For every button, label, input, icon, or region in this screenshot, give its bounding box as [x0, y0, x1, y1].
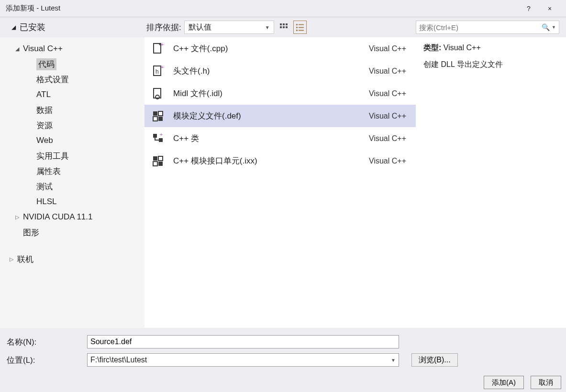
template-label: Midl 文件(.idl): [173, 88, 369, 99]
toolbar: ◢ 已安装 排序依据: 默认值 ▼ 🔍 ▼: [0, 17, 566, 37]
tree-node[interactable]: HLSL: [0, 194, 144, 209]
tree-node[interactable]: 数据: [0, 102, 144, 118]
svg-rect-27: [158, 156, 163, 161]
tree-arrow-icon: ▷: [10, 256, 17, 262]
chevron-down-icon: ▼: [391, 358, 396, 363]
search-input[interactable]: [419, 23, 542, 32]
svg-text:h: h: [155, 68, 159, 75]
svg-rect-26: [153, 156, 157, 161]
tree-node[interactable]: 实用工具: [0, 148, 144, 163]
svg-text:++: ++: [161, 65, 164, 70]
tree-node[interactable]: 图形: [0, 225, 144, 240]
template-list: ++C++ 文件(.cpp)Visual C++h++头文件(.h)Visual…: [144, 37, 416, 328]
svg-rect-21: [153, 117, 157, 121]
template-row[interactable]: Midl 文件(.idl)Visual C++: [144, 82, 416, 105]
type-label: 类型:: [423, 44, 441, 52]
template-type: Visual C++: [369, 134, 410, 143]
search-icon: 🔍: [542, 23, 550, 31]
template-label: C++ 模块接口单元(.ixx): [173, 155, 369, 166]
location-label: 位置(L):: [7, 355, 83, 366]
template-type: Visual C++: [369, 89, 410, 98]
svg-rect-28: [153, 162, 157, 166]
location-value: F:\firc\test\Lutest: [90, 356, 391, 364]
cancel-button[interactable]: 取消: [531, 376, 561, 389]
idl-icon: [150, 86, 166, 101]
description: 创建 DLL 导出定义文件: [423, 60, 558, 70]
view-large-icon[interactable]: [277, 21, 290, 34]
tree-header[interactable]: ◢ 已安装: [2, 17, 146, 37]
svg-rect-11: [299, 30, 304, 31]
main: ◢Visual C++代码格式设置ATL数据资源Web实用工具属性表测试HLSL…: [0, 37, 566, 328]
browse-button[interactable]: 浏览(B)...: [411, 353, 458, 367]
template-row[interactable]: +C++ 类Visual C++: [144, 127, 416, 150]
sort-label: 排序依据:: [146, 22, 181, 33]
template-row[interactable]: C++ 模块接口单元(.ixx)Visual C++: [144, 150, 416, 172]
tree-node-label: 测试: [36, 181, 53, 192]
svg-rect-0: [280, 23, 282, 25]
svg-rect-9: [299, 27, 304, 28]
template-type: Visual C++: [369, 112, 410, 120]
titlebar: 添加新项 - Lutest ? ×: [0, 0, 566, 17]
svg-rect-24: [159, 138, 163, 142]
help-button[interactable]: ?: [518, 2, 539, 15]
search-box[interactable]: 🔍 ▼: [416, 21, 559, 34]
window-title: 添加新项 - Lutest: [6, 4, 518, 13]
installed-label: 已安装: [20, 22, 45, 33]
svg-rect-20: [158, 111, 163, 116]
name-input[interactable]: [87, 335, 399, 348]
header-icon: h++: [150, 64, 166, 79]
name-label: 名称(N):: [7, 337, 83, 348]
svg-rect-1: [283, 23, 285, 25]
tree-node[interactable]: 代码: [0, 56, 144, 72]
template-row[interactable]: 模块定义文件(.def)Visual C++: [144, 105, 416, 127]
svg-text:++: ++: [161, 43, 164, 47]
tree-node-label: Visual C++: [23, 44, 63, 54]
location-input[interactable]: F:\firc\test\Lutest ▼: [87, 353, 399, 367]
cpp-icon: ++: [150, 41, 166, 56]
template-label: C++ 类: [173, 133, 369, 144]
tree-node-label: NVIDIA CUDA 11.1: [23, 212, 93, 222]
tree-node-label: 图形: [23, 227, 39, 238]
tree-node[interactable]: Web: [0, 133, 144, 148]
module-icon: [150, 153, 166, 169]
svg-rect-10: [296, 30, 298, 31]
template-label: C++ 文件(.cpp): [173, 43, 369, 54]
add-button[interactable]: 添加(A): [484, 376, 524, 389]
template-type: Visual C++: [369, 67, 410, 76]
svg-rect-3: [280, 26, 282, 28]
collapse-icon: ◢: [11, 24, 16, 31]
tree-node[interactable]: ▷NVIDIA CUDA 11.1: [0, 209, 144, 225]
tree-node-label: Web: [36, 136, 53, 145]
template-row[interactable]: ++C++ 文件(.cpp)Visual C++: [144, 37, 416, 60]
tree-node-label: 联机: [17, 254, 33, 265]
svg-text:+: +: [160, 132, 163, 137]
template-type: Visual C++: [369, 157, 410, 165]
svg-rect-22: [158, 117, 163, 121]
svg-rect-7: [299, 24, 304, 25]
template-label: 头文件(.h): [173, 65, 369, 76]
sort-select[interactable]: 默认值 ▼: [184, 21, 274, 34]
action-bar: 添加(A) 取消: [0, 372, 566, 392]
tree-node[interactable]: ATL: [0, 87, 144, 102]
tree-node[interactable]: 资源: [0, 118, 144, 133]
details-panel: 类型: Visual C++ 创建 DLL 导出定义文件: [416, 37, 566, 328]
tree-node[interactable]: 属性表: [0, 163, 144, 179]
tree-node-label: 格式设置: [36, 74, 69, 85]
tree-node[interactable]: 测试: [0, 179, 144, 194]
svg-rect-8: [296, 27, 298, 28]
close-button[interactable]: ×: [539, 2, 560, 15]
template-row[interactable]: h++头文件(.h)Visual C++: [144, 60, 416, 82]
class-icon: +: [150, 131, 166, 146]
tree-node-label: ATL: [36, 90, 51, 99]
svg-rect-2: [286, 23, 288, 25]
svg-rect-4: [283, 26, 285, 28]
tree-arrow-icon: ▷: [15, 214, 23, 220]
chevron-down-icon: ▼: [552, 25, 556, 30]
tree-node-online[interactable]: ▷联机: [0, 251, 144, 267]
tree-node[interactable]: 格式设置: [0, 72, 144, 87]
tree-node[interactable]: ◢Visual C++: [0, 41, 144, 56]
svg-rect-29: [158, 162, 163, 166]
def-icon: [150, 109, 166, 124]
view-list-icon[interactable]: [293, 21, 307, 34]
tree-arrow-icon: ◢: [15, 46, 23, 52]
